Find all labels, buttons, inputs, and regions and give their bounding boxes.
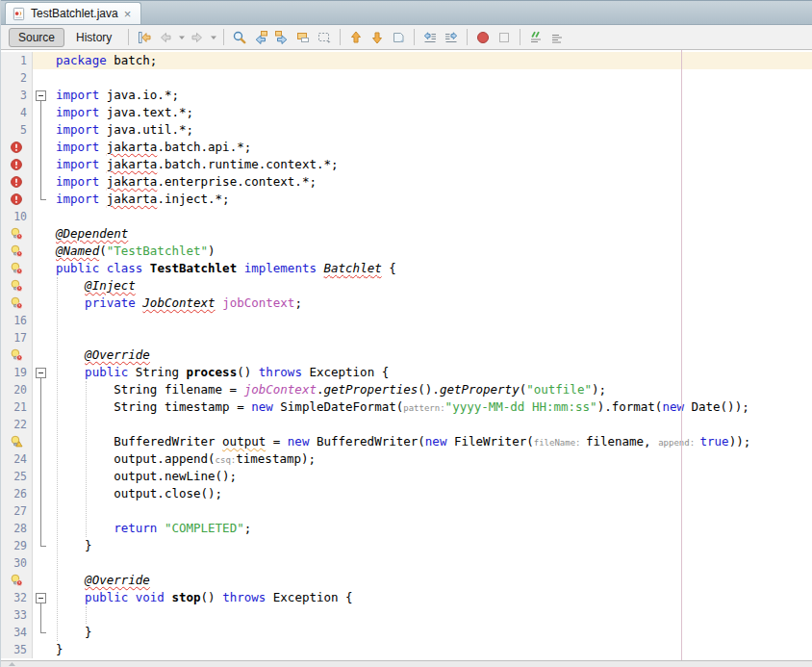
code-text[interactable]: package batch;: [56, 52, 812, 69]
stop-macro-button[interactable]: [494, 27, 515, 48]
prev-bookmark-button[interactable]: [345, 27, 367, 48]
code-text[interactable]: public String process() throws Exception…: [56, 364, 812, 381]
code-editor[interactable]: 1package batch;23import java.io.*;4impor…: [1, 50, 812, 660]
code-text[interactable]: [56, 416, 812, 433]
code-text[interactable]: public class TestBatchlet implements Bat…: [56, 260, 812, 277]
back-button[interactable]: [155, 27, 176, 48]
code-text[interactable]: output.append(csq:timestamp);: [56, 450, 812, 468]
code-line[interactable]: 28 return "COMPLETED";: [1, 520, 812, 537]
line-number[interactable]: 29: [1, 537, 33, 554]
record-macro-button[interactable]: [472, 27, 494, 48]
code-line[interactable]: @Override: [1, 572, 812, 589]
caret-down-button[interactable]: [208, 27, 218, 48]
hint-error-icon[interactable]: [1, 277, 33, 295]
code-line[interactable]: 20 String filename = jobContext.getPrope…: [1, 381, 812, 398]
code-text[interactable]: return "COMPLETED";: [56, 520, 812, 537]
error-badge-icon[interactable]: [1, 156, 33, 173]
hint-warning-icon[interactable]: [1, 433, 33, 450]
next-bookmark-button[interactable]: [367, 27, 388, 48]
code-text[interactable]: import java.text.*;: [56, 104, 812, 121]
caret-down-button[interactable]: [176, 27, 187, 48]
code-line[interactable]: 35}: [1, 641, 812, 658]
code-text[interactable]: output.newLine();: [56, 468, 812, 485]
code-line[interactable]: 2: [1, 69, 812, 87]
tab-testbatchlet[interactable]: TestBatchlet.java ×: [5, 2, 141, 24]
rect-select-button[interactable]: [314, 27, 335, 48]
code-line[interactable]: BufferedWriter output = new BufferedWrit…: [1, 433, 812, 450]
shift-right-button[interactable]: [441, 27, 462, 48]
find-next-button[interactable]: [271, 27, 292, 48]
fold-collapse-button[interactable]: [36, 90, 46, 101]
line-number[interactable]: 34: [1, 624, 33, 641]
code-line[interactable]: 21 String timestamp = new SimpleDateForm…: [1, 398, 812, 416]
hint-error-icon[interactable]: [1, 346, 33, 364]
line-number[interactable]: 27: [1, 502, 33, 520]
close-icon[interactable]: ×: [123, 8, 133, 20]
code-line[interactable]: 19 public String process() throws Except…: [1, 364, 812, 381]
code-line[interactable]: 22: [1, 416, 812, 433]
code-text[interactable]: [56, 502, 812, 520]
code-line[interactable]: 33: [1, 606, 812, 624]
code-line[interactable]: 34 }: [1, 624, 812, 641]
jump-last-edit-button[interactable]: [134, 27, 155, 48]
code-line[interactable]: 26 output.close();: [1, 485, 812, 502]
code-line[interactable]: 29 }: [1, 537, 812, 554]
code-text[interactable]: import jakarta.enterprise.context.*;: [56, 173, 812, 191]
find-selection-button[interactable]: [229, 27, 250, 48]
code-line[interactable]: @Dependent: [1, 225, 812, 243]
line-number[interactable]: 5: [1, 121, 33, 139]
line-number[interactable]: 30: [1, 554, 33, 572]
line-number[interactable]: 3: [1, 87, 33, 104]
shift-left-button[interactable]: [419, 27, 441, 48]
hint-error-icon[interactable]: [1, 572, 33, 589]
code-text[interactable]: @Override: [56, 346, 812, 364]
code-text[interactable]: [56, 329, 812, 346]
code-line[interactable]: 30: [1, 554, 812, 572]
fold-collapse-button[interactable]: [36, 593, 46, 603]
line-number[interactable]: 2: [1, 69, 33, 87]
line-number[interactable]: 17: [1, 329, 33, 346]
code-text[interactable]: import jakarta.inject.*;: [56, 191, 812, 208]
code-text[interactable]: String filename = jobContext.getProperti…: [56, 381, 812, 398]
code-text[interactable]: private JobContext jobContext;: [56, 295, 812, 312]
code-line[interactable]: 4import java.text.*;: [1, 104, 812, 121]
code-text[interactable]: }: [56, 641, 812, 658]
code-text[interactable]: import jakarta.batch.api.*;: [56, 139, 812, 156]
code-line[interactable]: 10: [1, 208, 812, 225]
code-text[interactable]: @Named("TestBatchlet"): [56, 243, 812, 260]
code-text[interactable]: import java.io.*;: [56, 87, 812, 104]
history-view-button[interactable]: History: [66, 28, 121, 47]
hint-error-icon[interactable]: [1, 295, 33, 312]
code-line[interactable]: 16: [1, 312, 812, 329]
code-line[interactable]: public class TestBatchlet implements Bat…: [1, 260, 812, 277]
line-number[interactable]: 25: [1, 468, 33, 485]
code-line[interactable]: 17: [1, 329, 812, 346]
code-line[interactable]: @Inject: [1, 277, 812, 295]
line-number[interactable]: 32: [1, 589, 33, 606]
line-number[interactable]: 19: [1, 364, 33, 381]
toggle-bookmark-button[interactable]: [388, 27, 409, 48]
code-text[interactable]: import jakarta.batch.runtime.context.*;: [56, 156, 812, 173]
code-line[interactable]: @Named("TestBatchlet"): [1, 243, 812, 260]
code-line[interactable]: private JobContext jobContext;: [1, 295, 812, 312]
code-line[interactable]: 27: [1, 502, 812, 520]
line-number[interactable]: 10: [1, 208, 33, 225]
line-number[interactable]: 35: [1, 641, 33, 658]
hint-error-icon[interactable]: [1, 225, 33, 243]
line-number[interactable]: 24: [1, 450, 33, 468]
line-number[interactable]: 28: [1, 520, 33, 537]
error-badge-icon[interactable]: [1, 139, 33, 156]
error-badge-icon[interactable]: [1, 191, 33, 208]
code-text[interactable]: }: [56, 537, 812, 554]
code-line[interactable]: 5import java.util.*;: [1, 121, 812, 139]
line-number[interactable]: 4: [1, 104, 33, 121]
toggle-highlight-button[interactable]: [292, 27, 314, 48]
line-number[interactable]: 1: [1, 52, 33, 69]
fold-collapse-button[interactable]: [36, 368, 46, 378]
code-text[interactable]: [56, 312, 812, 329]
code-line[interactable]: import jakarta.batch.runtime.context.*;: [1, 156, 812, 173]
code-text[interactable]: output.close();: [56, 485, 812, 502]
code-text[interactable]: [56, 69, 812, 87]
line-number[interactable]: 16: [1, 312, 33, 329]
line-number[interactable]: 21: [1, 398, 33, 416]
